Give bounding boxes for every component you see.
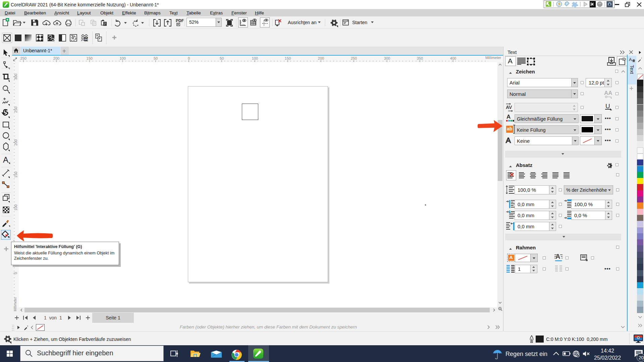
svg-text:50: 50 [154, 56, 158, 60]
svg-text:150: 150 [87, 56, 93, 60]
svg-text:300: 300 [384, 56, 390, 60]
svg-text:250: 250 [20, 56, 26, 60]
svg-text:A: A [3, 155, 8, 164]
svg-text:100: 100 [119, 56, 125, 60]
svg-text:250: 250 [351, 56, 357, 60]
svg-text:PS: PS [85, 38, 89, 41]
svg-text:200: 200 [318, 56, 324, 60]
svg-text:Millimeter: Millimeter [485, 56, 501, 60]
svg-text:AV: AV [506, 105, 512, 110]
svg-text:350: 350 [417, 56, 423, 60]
svg-text:PDF: PDF [176, 18, 184, 23]
svg-text:400: 400 [450, 56, 456, 60]
svg-text:0: 0 [188, 56, 190, 60]
svg-text:150: 150 [285, 56, 291, 60]
svg-text:50: 50 [220, 56, 224, 60]
svg-text:200: 200 [53, 56, 59, 60]
svg-text:100: 100 [252, 56, 258, 60]
